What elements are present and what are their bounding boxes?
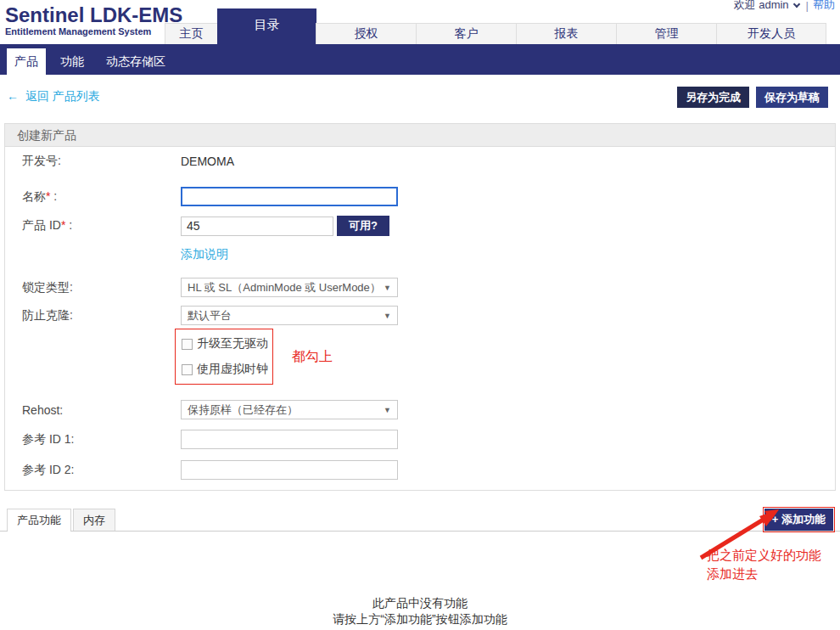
back-arrow-icon: ← [7, 89, 19, 103]
ref-id-1-label: 参考 ID 1: [22, 432, 181, 447]
product-id-label: 产品 ID* : [22, 218, 181, 233]
add-feature-button[interactable]: + 添加功能 [764, 509, 833, 531]
product-id-row: 产品 ID* : 可用? [22, 216, 835, 236]
dropdown-arrow-icon: ▼ [384, 406, 391, 414]
product-id-input[interactable] [181, 217, 333, 236]
sub-nav: 产品 功能 动态存储区 [0, 44, 840, 75]
main-nav: 主页 目录 授权 客户 报表 管理 开发人员 [165, 8, 826, 44]
annotation-box-checkboxes: 升级至无驱动 使用虚拟时钟 [175, 329, 273, 385]
logo-title: Sentinel LDK-EMS [5, 4, 182, 25]
lock-type-row: 锁定类型: HL 或 SL（AdminMode 或 UserMode） ▼ [22, 278, 835, 297]
tab-memory[interactable]: 内存 [73, 509, 115, 531]
tab-entitlements[interactable]: 授权 [316, 23, 417, 44]
ref-id-1-row: 参考 ID 1: [22, 430, 835, 449]
name-row: 名称* : [22, 187, 835, 206]
empty-state-line1: 此产品中没有功能 [0, 595, 840, 611]
ref-id-2-row: 参考 ID 2: [22, 460, 835, 480]
ref-id-1-input[interactable] [181, 430, 398, 449]
dev-id-row: 开发号: DEMOMA [22, 153, 835, 170]
subnav-item-features[interactable]: 功能 [53, 48, 92, 75]
logo-subtitle: Entitlement Management System [5, 26, 182, 37]
save-as-complete-button[interactable]: 另存为完成 [677, 87, 749, 108]
name-label: 名称* : [22, 189, 181, 205]
create-product-panel: 创建新产品 开发号: DEMOMA 名称* : 产品 ID* : 可用? 添加说… [4, 123, 836, 491]
app-header: Sentinel LDK-EMS Entitlement Management … [0, 0, 840, 44]
rehost-value: 保持原样（已经存在） [188, 402, 298, 418]
virtual-clock-label: 使用虚拟时钟 [197, 362, 268, 377]
clone-protection-row: 防止克隆: 默认平台 ▼ [22, 306, 835, 325]
dev-id-value: DEMOMA [181, 155, 234, 168]
tab-developers[interactable]: 开发人员 [716, 23, 826, 44]
lock-type-select[interactable]: HL 或 SL（AdminMode 或 UserMode） ▼ [181, 278, 398, 297]
rehost-row: Rehost: 保持原样（已经存在） ▼ [22, 400, 835, 419]
app-logo: Sentinel LDK-EMS Entitlement Management … [5, 4, 182, 37]
tab-catalog[interactable]: 目录 [217, 8, 316, 44]
rehost-label: Rehost: [22, 403, 181, 417]
toolbar: ← 返回 产品列表 另存为完成 保存为草稿 [0, 75, 840, 123]
annotation-check-both: 都勾上 [292, 348, 333, 366]
subnav-item-memory[interactable]: 动态存储区 [98, 48, 173, 75]
availability-check-button[interactable]: 可用? [337, 216, 389, 236]
clone-protection-label: 防止克隆: [22, 308, 181, 323]
lock-type-label: 锁定类型: [22, 280, 181, 295]
panel-title: 创建新产品 [5, 124, 835, 147]
add-description-link[interactable]: 添加说明 [181, 247, 228, 262]
tab-home[interactable]: 主页 [165, 23, 218, 44]
upgrade-driverless-label: 升级至无驱动 [197, 336, 268, 352]
features-empty-state: 此产品中没有功能 请按上方“添加功能”按钮添加功能 [0, 531, 840, 630]
add-description-row: 添加说明 [22, 249, 835, 261]
ref-id-2-label: 参考 ID 2: [22, 463, 181, 478]
clone-protection-select[interactable]: 默认平台 ▼ [181, 306, 398, 325]
clone-protection-value: 默认平台 [188, 308, 232, 323]
checkbox-group-row: 升级至无驱动 使用虚拟时钟 都勾上 [22, 329, 835, 385]
dev-id-label: 开发号: [22, 154, 181, 169]
tab-reports[interactable]: 报表 [516, 23, 617, 44]
dropdown-arrow-icon: ▼ [384, 312, 391, 320]
back-link[interactable]: ← 返回 产品列表 [7, 89, 100, 104]
name-input[interactable] [181, 187, 398, 206]
back-link-label: 返回 产品列表 [25, 89, 100, 103]
virtual-clock-checkbox-row: 使用虚拟时钟 [182, 362, 268, 377]
features-tabs: 产品功能 内存 [0, 509, 840, 531]
upgrade-driverless-checkbox[interactable] [182, 339, 193, 350]
tab-product-features[interactable]: 产品功能 [7, 509, 71, 531]
rehost-select[interactable]: 保持原样（已经存在） ▼ [181, 400, 398, 419]
save-as-draft-button[interactable]: 保存为草稿 [756, 87, 828, 108]
dropdown-arrow-icon: ▼ [384, 284, 391, 292]
tab-administration[interactable]: 管理 [616, 23, 717, 44]
ref-id-2-input[interactable] [181, 460, 398, 480]
lock-type-value: HL 或 SL（AdminMode 或 UserMode） [188, 280, 381, 295]
upgrade-driverless-checkbox-row: 升级至无驱动 [182, 336, 268, 352]
tab-customers[interactable]: 客户 [416, 23, 517, 44]
features-panel: + 添加功能 产品功能 内存 此产品中没有功能 请按上方“添加功能”按钮添加功能 [0, 509, 840, 630]
empty-state-line2: 请按上方“添加功能”按钮添加功能 [0, 611, 840, 627]
chevron-down-icon [792, 0, 799, 7]
virtual-clock-checkbox[interactable] [182, 364, 193, 375]
subnav-item-products[interactable]: 产品 [7, 48, 46, 75]
